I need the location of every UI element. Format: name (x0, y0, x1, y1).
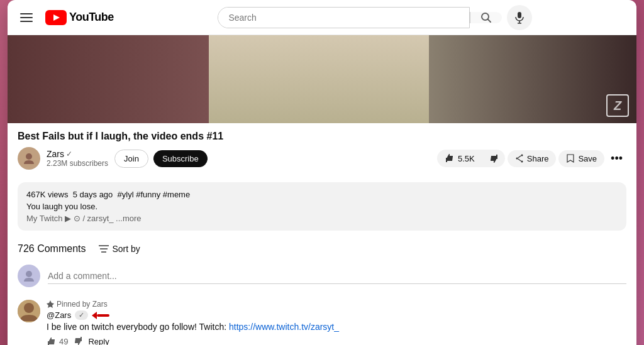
dislike-button[interactable] (482, 150, 505, 167)
channel-name-wrap: Zars ✓ 2.23M subscribers (47, 149, 108, 168)
avatar-icon (22, 151, 36, 165)
desc-links[interactable]: My Twitch ▶ ⊙ / zarsyt_ ...more (26, 214, 618, 223)
action-buttons: 5.5K Share (437, 150, 626, 168)
highlight-arrow (97, 314, 109, 317)
search-button[interactable] (470, 12, 502, 23)
comment-avatar (18, 300, 40, 322)
header-left: YouTube (18, 10, 114, 25)
sort-icon (99, 244, 109, 253)
comment-thumbs-down-icon (73, 336, 83, 345)
svg-point-16 (26, 271, 32, 277)
mic-button[interactable] (507, 5, 532, 30)
svg-line-12 (518, 156, 521, 158)
more-options-button[interactable]: ••• (607, 150, 626, 168)
save-icon (566, 154, 575, 163)
comment-actions: 49 Reply (47, 336, 626, 345)
join-button[interactable]: Join (114, 150, 148, 168)
svg-point-9 (516, 158, 518, 160)
pin-icon (47, 300, 54, 308)
desc-text: You laugh you lose. (26, 202, 618, 211)
channel-name: Zars ✓ (47, 149, 108, 159)
comment-dislike-button[interactable] (73, 336, 83, 345)
search-input-wrap (218, 7, 470, 28)
channel-avatar[interactable] (18, 147, 40, 170)
youtube-wordmark: YouTube (69, 11, 114, 24)
sort-by-button[interactable]: Sort by (99, 244, 140, 254)
video-title: Best Fails but if I laugh, the video end… (18, 131, 626, 142)
subscribe-button[interactable]: Subscribe (153, 150, 208, 167)
mic-icon (514, 11, 525, 24)
channel-buttons: Join Subscribe (114, 150, 208, 168)
description-box[interactable]: 467K views 5 days ago #ylyl #funny #meme… (18, 182, 626, 231)
save-button[interactable]: Save (558, 150, 604, 167)
search-input[interactable] (218, 8, 469, 28)
pinned-label: Pinned by Zars (47, 300, 626, 309)
verified-badge: ✓ (66, 150, 72, 158)
browser-window: YouTube (8, 0, 636, 345)
svg-point-10 (521, 161, 523, 163)
like-button[interactable]: 5.5K (437, 150, 482, 167)
svg-rect-4 (518, 12, 521, 18)
add-comment-row (18, 265, 626, 287)
svg-point-8 (521, 155, 523, 156)
user-avatar-icon (22, 269, 36, 283)
comment-like-button[interactable]: 49 (47, 337, 68, 346)
comment-author: @Zars ✓ (47, 310, 626, 320)
twitch-link[interactable]: https://www.twitch.tv/zarsyt_ (229, 322, 339, 332)
svg-line-11 (518, 159, 521, 162)
author-name: @Zars (47, 310, 71, 320)
share-icon (515, 154, 524, 163)
hamburger-menu[interactable] (18, 11, 35, 25)
commenter-avatar-icon (18, 300, 40, 322)
header: YouTube (8, 0, 636, 35)
svg-point-7 (26, 153, 32, 160)
comment-text: I be live on twitch everybody go follow!… (47, 322, 626, 332)
comments-count: 726 Comments (18, 243, 86, 255)
subscriber-count: 2.23M subscribers (47, 159, 108, 168)
user-avatar (18, 265, 40, 287)
youtube-icon (45, 10, 67, 25)
search-bar (218, 5, 532, 30)
video-thumbnail[interactable]: Z (8, 35, 636, 123)
comment-item: Pinned by Zars @Zars ✓ I be live on twit… (18, 300, 626, 345)
svg-line-3 (488, 19, 491, 22)
comments-section: 726 Comments Sort by (8, 236, 636, 345)
channel-watermark: Z (606, 94, 629, 117)
thumbs-down-icon (489, 153, 499, 163)
channel-left: Zars ✓ 2.23M subscribers Join Subscribe (18, 147, 208, 170)
desc-meta: 467K views 5 days ago #ylyl #funny #meme (26, 190, 618, 199)
video-info: Best Fails but if I laugh, the video end… (8, 123, 636, 177)
comment-input[interactable] (48, 268, 626, 284)
comment-thumbs-up-icon (47, 337, 57, 346)
like-dislike-wrap: 5.5K (437, 150, 505, 167)
search-icon (480, 12, 492, 23)
comments-header: 726 Comments Sort by (18, 243, 626, 255)
thumbs-up-icon (445, 153, 455, 163)
share-button[interactable]: Share (508, 150, 557, 167)
author-badge: ✓ (75, 310, 88, 320)
svg-point-18 (24, 303, 34, 313)
youtube-logo[interactable]: YouTube (45, 10, 114, 25)
channel-row: Zars ✓ 2.23M subscribers Join Subscribe (18, 147, 626, 170)
reply-button[interactable]: Reply (88, 337, 109, 345)
comment-body: Pinned by Zars @Zars ✓ I be live on twit… (47, 300, 626, 345)
